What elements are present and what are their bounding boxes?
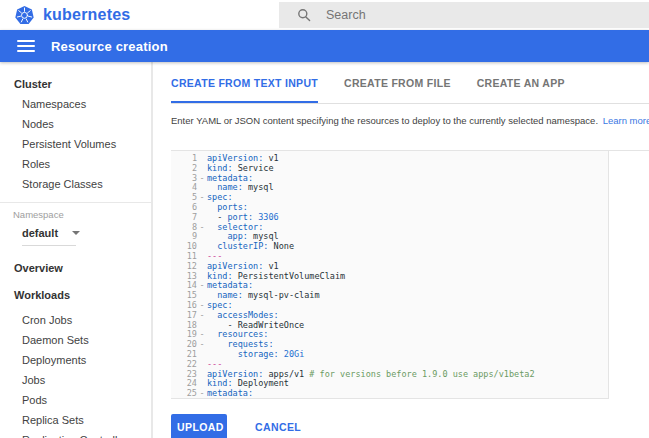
sidebar-item-persistent-volumes[interactable]: Persistent Volumes (0, 134, 151, 154)
sidebar-item-pods[interactable]: Pods (0, 390, 151, 410)
code-text: metadata: (207, 389, 253, 399)
fold-marker-icon[interactable]: - (197, 174, 207, 184)
fold-gutter (197, 203, 207, 213)
brand-logo-link[interactable]: kubernetes (0, 5, 279, 26)
code-line: 21 storage: 20Gi (171, 350, 608, 360)
code-line: 25-metadata: (171, 389, 608, 399)
fold-gutter (197, 242, 207, 252)
search-input[interactable] (324, 7, 548, 23)
sidebar-item-roles[interactable]: Roles (0, 154, 151, 174)
fold-marker-icon[interactable]: - (197, 311, 207, 321)
sidebar-item-replica-sets[interactable]: Replica Sets (0, 410, 151, 430)
fold-gutter (197, 360, 207, 370)
search-icon (297, 8, 311, 22)
fold-marker-icon[interactable]: - (197, 193, 207, 203)
fold-gutter (197, 262, 207, 272)
sidebar-item-namespaces[interactable]: Namespaces (0, 94, 151, 114)
tab-create-an-app[interactable]: CREATE AN APP (477, 62, 565, 103)
kubernetes-logo-icon (14, 5, 35, 26)
sidebar-item-replication-controllers[interactable]: Replication Controllers (0, 430, 151, 438)
learn-more-link[interactable]: Learn more (603, 115, 649, 126)
sidebar-item-daemon-sets[interactable]: Daemon Sets (0, 330, 151, 350)
code-line: 4 name: mysql (171, 183, 608, 193)
fold-gutter (197, 154, 207, 164)
tab-create-from-file[interactable]: CREATE FROM FILE (344, 62, 451, 103)
sidebar-item-nodes[interactable]: Nodes (0, 114, 151, 134)
sidebar-item-storage-classes[interactable]: Storage Classes (0, 174, 151, 194)
editor-description: Enter YAML or JSON content specifying th… (171, 114, 649, 128)
sidebar-label-namespace: Namespace (0, 203, 151, 221)
page-title: Resource creation (51, 39, 168, 54)
fold-gutter (197, 252, 207, 262)
toolbar: Resource creation (0, 30, 649, 62)
brand-name: kubernetes (43, 6, 130, 24)
editor-scrollbar[interactable] (608, 151, 649, 399)
fold-marker-icon[interactable]: - (197, 340, 207, 350)
yaml-editor: 1apiVersion: v12kind: Service3-metadata:… (171, 150, 649, 399)
chevron-down-icon (72, 231, 80, 235)
cancel-button[interactable]: CANCEL (249, 420, 307, 434)
code-line: 10 clusterIP: None (171, 242, 608, 252)
namespace-select[interactable]: default (22, 221, 76, 246)
namespace-select-value: default (22, 227, 58, 239)
code-line: 15 name: mysql-pv-claim (171, 291, 608, 301)
code-pane[interactable]: 1apiVersion: v12kind: Service3-metadata:… (171, 151, 608, 399)
search-bar[interactable] (279, 2, 649, 28)
sidebar-item-cluster[interactable]: Cluster (0, 74, 151, 94)
fold-marker-icon[interactable]: - (197, 281, 207, 291)
sidebar-item-cron-jobs[interactable]: Cron Jobs (0, 310, 151, 330)
fold-marker-icon[interactable]: - (197, 389, 207, 399)
sidebar-item-workloads[interactable]: Workloads (0, 285, 151, 305)
description-text: Enter YAML or JSON content specifying th… (171, 115, 598, 126)
menu-hamburger-icon[interactable] (17, 37, 35, 55)
fold-marker-icon[interactable]: - (197, 223, 207, 233)
tab-create-from-text-input[interactable]: CREATE FROM TEXT INPUT (171, 62, 318, 103)
tab-bar: CREATE FROM TEXT INPUTCREATE FROM FILECR… (171, 62, 649, 104)
fold-gutter (197, 350, 207, 360)
line-number: 25 (171, 389, 197, 399)
fold-gutter (197, 370, 207, 380)
action-buttons: UPLOAD CANCEL (171, 414, 649, 438)
sidebar-item-overview[interactable]: Overview (0, 258, 151, 278)
upload-button[interactable]: UPLOAD (171, 414, 227, 438)
app-header: kubernetes (0, 0, 649, 30)
sidebar-item-jobs[interactable]: Jobs (0, 370, 151, 390)
fold-gutter (197, 232, 207, 242)
sidebar: ClusterNamespacesNodesPersistent Volumes… (0, 62, 153, 438)
sidebar-item-deployments[interactable]: Deployments (0, 350, 151, 370)
app-window: kubernetes Resource creation ClusterName… (0, 0, 649, 438)
content-area: CREATE FROM TEXT INPUTCREATE FROM FILECR… (153, 62, 649, 438)
